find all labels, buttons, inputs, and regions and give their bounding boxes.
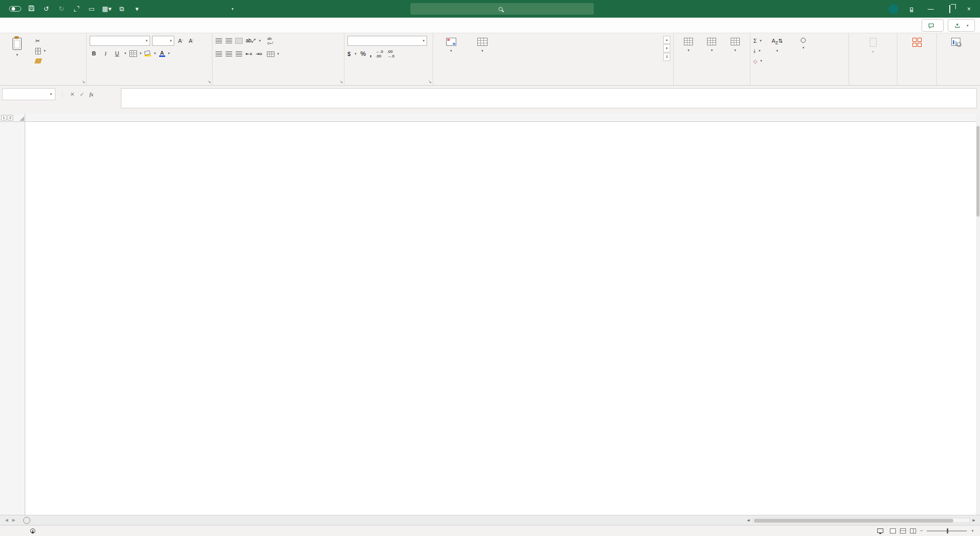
minimize-icon[interactable]: — — [925, 6, 937, 13]
horizontal-scrollbar-thumb[interactable] — [754, 519, 953, 522]
outline-level-1-button[interactable]: 1 — [1, 115, 7, 120]
italic-button[interactable]: I — [101, 49, 110, 58]
conditional-formatting-icon — [446, 38, 456, 46]
analyze-data-button[interactable] — [942, 36, 970, 47]
paste-icon — [13, 38, 22, 50]
name-box[interactable]: ▾ — [2, 88, 55, 100]
selection-icon[interactable]: ⌞⌝ — [72, 5, 82, 13]
font-size-select[interactable]: ▾ — [152, 36, 174, 46]
format-cells-button[interactable]: ▾ — [724, 36, 747, 52]
crop-icon[interactable]: ▭ — [87, 5, 97, 13]
swap-table-icon[interactable]: ⧉ — [117, 5, 127, 13]
insert-cells-button[interactable]: ▾ — [677, 36, 700, 52]
search-input[interactable] — [410, 3, 594, 15]
fill-button[interactable]: ⤓▾ — [753, 46, 762, 56]
zoom-slider[interactable] — [927, 530, 967, 531]
display-settings-button[interactable] — [877, 528, 886, 533]
hscroll-left-icon[interactable]: ◀ — [745, 518, 751, 522]
formula-input[interactable] — [121, 88, 977, 108]
save-icon[interactable] — [26, 5, 36, 13]
accounting-format-icon[interactable]: $ — [347, 51, 351, 57]
undo-icon[interactable]: ↺ — [41, 5, 51, 13]
shrink-font-button[interactable]: Aˇ — [187, 36, 195, 45]
clear-button[interactable]: ◇▾ — [753, 56, 762, 66]
styles-gallery-scroll[interactable]: ▴▾⊽ — [663, 36, 670, 61]
quick-access-overflow-icon[interactable]: ▾ — [132, 5, 142, 13]
autosum-button[interactable]: Σ▾ — [753, 36, 762, 46]
outline-level-2-button[interactable]: 2 — [8, 115, 13, 120]
ribbon-display-options-icon[interactable]: ▴ — [905, 6, 918, 13]
conditional-formatting-button[interactable]: ▾ — [436, 36, 466, 61]
display-settings-icon — [877, 528, 883, 533]
align-bottom-icon[interactable] — [236, 38, 242, 43]
fill-color-button[interactable] — [145, 51, 151, 56]
share-button[interactable]: ▾ — [948, 19, 975, 32]
grow-font-button[interactable]: Aˆ — [176, 36, 185, 45]
addins-button[interactable] — [903, 36, 931, 48]
vertical-scrollbar[interactable] — [976, 114, 980, 515]
copy-button[interactable]: ▾ — [35, 46, 46, 56]
sheet-tab-bar: ◀ ▶ ◀ ▶ — [0, 515, 980, 525]
orientation-icon[interactable]: ab⤢ — [246, 38, 255, 44]
normal-view-icon[interactable] — [890, 528, 896, 533]
font-name-select[interactable]: ▾ — [90, 36, 150, 46]
sensitivity-button[interactable]: ▾ — [859, 36, 887, 54]
align-top-icon[interactable] — [216, 38, 222, 43]
zoom-in-icon[interactable]: + — [971, 528, 974, 533]
horizontal-scrollbar[interactable]: ◀ ▶ — [745, 517, 977, 524]
format-as-table-button[interactable]: ▾ — [469, 36, 496, 61]
font-dialog-launcher[interactable]: ↘ — [207, 80, 211, 84]
insert-function-icon[interactable]: fx — [89, 91, 93, 97]
styles-group: ▾ ▾ ▴▾⊽ — [433, 33, 674, 85]
insert-cells-icon[interactable]: ▦▾ — [102, 5, 112, 13]
increase-indent-icon[interactable]: ⇥≡ — [256, 51, 262, 56]
new-sheet-button[interactable] — [20, 515, 33, 525]
sort-filter-button[interactable]: AZ⇅▾ — [766, 36, 788, 66]
align-middle-icon[interactable] — [226, 38, 232, 43]
tab-scroll-left-icon[interactable]: ◀ — [5, 518, 8, 522]
underline-button[interactable]: U — [113, 49, 121, 58]
zoom-out-icon[interactable]: − — [920, 528, 923, 533]
format-painter-button[interactable] — [35, 56, 46, 66]
autosave-toggle[interactable] — [6, 6, 21, 12]
wrap-text-button[interactable]: abc⮐ — [267, 36, 275, 46]
number-format-select[interactable]: ▾ — [347, 36, 427, 46]
page-layout-view-icon[interactable] — [900, 528, 906, 533]
zoom-slider-thumb[interactable] — [947, 528, 948, 533]
percent-style-icon[interactable]: % — [361, 50, 366, 57]
restore-icon[interactable] — [944, 6, 956, 13]
decrease-decimal-icon[interactable]: .00→.0 — [387, 49, 395, 58]
avatar[interactable] — [888, 4, 898, 14]
align-center-icon[interactable] — [226, 51, 232, 56]
title-chevron-icon[interactable]: ▾ — [232, 7, 234, 11]
redo-icon[interactable]: ↻ — [56, 5, 66, 13]
comment-icon — [928, 23, 934, 29]
hscroll-right-icon[interactable]: ▶ — [971, 518, 977, 522]
find-select-button[interactable]: ▾ — [792, 36, 814, 66]
borders-icon[interactable] — [129, 50, 137, 57]
tab-scroll-right-icon[interactable]: ▶ — [12, 518, 15, 522]
merge-center-button[interactable]: ▾ — [267, 49, 279, 59]
accessibility-button[interactable] — [24, 528, 44, 533]
decrease-indent-icon[interactable]: ⇤≡ — [246, 51, 252, 56]
alignment-dialog-launcher[interactable]: ↘ — [339, 80, 343, 84]
bold-button[interactable]: B — [90, 49, 98, 58]
align-left-icon[interactable] — [216, 51, 222, 56]
increase-decimal-icon[interactable]: ←.0.00 — [376, 49, 383, 58]
cut-button[interactable]: ✂ — [35, 36, 46, 46]
close-icon[interactable]: × — [963, 6, 975, 13]
comma-style-icon[interactable]: , — [370, 50, 372, 58]
vertical-scrollbar-thumb[interactable] — [976, 126, 979, 217]
select-all-corner[interactable]: 1 2 — [0, 114, 25, 122]
align-right-icon[interactable] — [236, 51, 242, 56]
font-color-button[interactable]: A — [159, 50, 165, 57]
paste-button[interactable]: ▾ — [3, 36, 31, 66]
page-break-view-icon[interactable] — [910, 528, 916, 533]
number-dialog-launcher[interactable]: ↘ — [428, 80, 432, 84]
enter-formula-icon[interactable]: ✓ — [80, 91, 84, 98]
formula-bar: ▾ ⋮ ✕ ✓ fx — [0, 86, 980, 114]
comments-button[interactable] — [922, 19, 944, 32]
delete-cells-button[interactable]: ▾ — [700, 36, 723, 52]
cancel-formula-icon[interactable]: ✕ — [70, 91, 75, 98]
clipboard-dialog-launcher[interactable]: ↘ — [82, 80, 85, 84]
